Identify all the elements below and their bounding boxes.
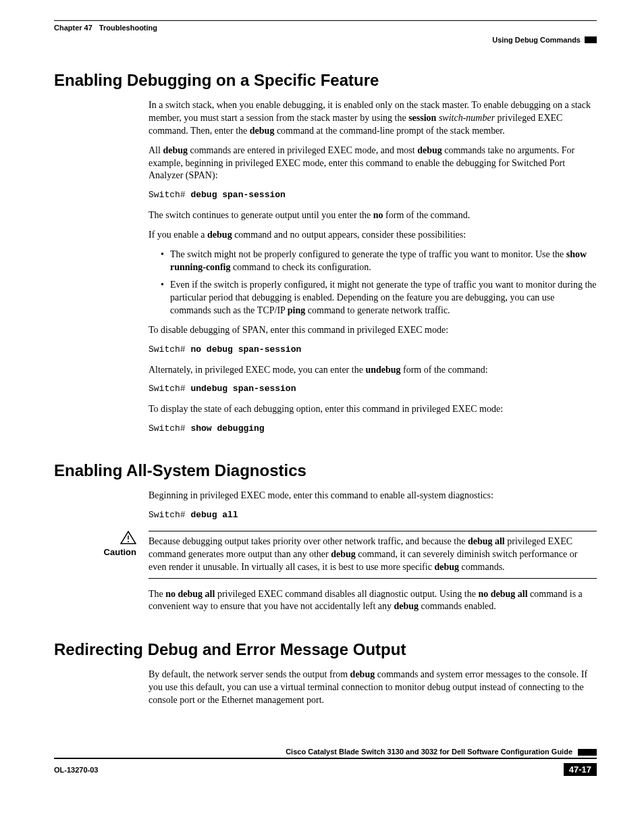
code-block: Switch# undebug span-session bbox=[149, 383, 597, 395]
section-body: By default, the network server sends the… bbox=[149, 669, 597, 707]
code-block: Switch# debug span-session bbox=[149, 189, 597, 201]
footer-marker-icon bbox=[578, 749, 597, 756]
svg-point-1 bbox=[128, 541, 129, 542]
paragraph: The switch continues to generate output … bbox=[149, 209, 597, 222]
code-block: Switch# no debug span-session bbox=[149, 344, 597, 356]
section-body: Beginning in privileged EXEC mode, enter… bbox=[149, 490, 597, 521]
footer-book-title: Cisco Catalyst Blade Switch 3130 and 303… bbox=[54, 748, 572, 756]
header-right: Using Debug Commands bbox=[54, 36, 597, 44]
paragraph: By default, the network server sends the… bbox=[149, 669, 597, 707]
caution-word: Caution bbox=[54, 547, 136, 557]
chapter-number: Chapter 47 bbox=[54, 24, 92, 32]
code-block: Switch# show debugging bbox=[149, 423, 597, 435]
caution-label-area: Caution bbox=[54, 531, 149, 579]
chapter-title: Troubleshooting bbox=[99, 24, 157, 32]
paragraph: If you enable a debug command and no out… bbox=[149, 229, 597, 242]
paragraph: Beginning in privileged EXEC mode, enter… bbox=[149, 490, 597, 502]
caution-content: Because debugging output takes priority … bbox=[149, 531, 597, 579]
caution-block: Caution Because debugging output takes p… bbox=[54, 531, 597, 579]
section-body: In a switch stack, when you enable debug… bbox=[149, 99, 597, 434]
section-title-redirecting: Redirecting Debug and Error Message Outp… bbox=[54, 640, 597, 659]
paragraph: In a switch stack, when you enable debug… bbox=[149, 99, 597, 138]
paragraph: Alternately, in privileged EXEC mode, yo… bbox=[149, 364, 597, 377]
header-marker-icon bbox=[585, 36, 597, 43]
footer-rule bbox=[54, 758, 597, 759]
section-title-all-system: Enabling All-System Diagnostics bbox=[54, 461, 597, 480]
footer-page-number: 47-17 bbox=[564, 763, 597, 776]
list-item: Even if the switch is properly configure… bbox=[161, 279, 597, 317]
paragraph: All debug commands are entered in privil… bbox=[149, 145, 597, 183]
section-title-enabling-feature: Enabling Debugging on a Specific Feature bbox=[54, 71, 597, 90]
header-rule bbox=[54, 20, 597, 21]
bullet-list: The switch might not be properly configu… bbox=[149, 249, 597, 317]
page-footer: Cisco Catalyst Blade Switch 3130 and 303… bbox=[54, 748, 597, 776]
paragraph: To display the state of each debugging o… bbox=[149, 403, 597, 416]
paragraph: To disable debugging of SPAN, enter this… bbox=[149, 324, 597, 337]
header-left: Chapter 47 Troubleshooting bbox=[54, 24, 597, 32]
section-body: The no debug all privileged EXEC command… bbox=[149, 588, 597, 614]
section-label: Using Debug Commands bbox=[492, 36, 581, 44]
paragraph: The no debug all privileged EXEC command… bbox=[149, 588, 597, 614]
footer-doc-id: OL-13270-03 bbox=[54, 766, 98, 774]
caution-icon bbox=[120, 531, 136, 547]
list-item: The switch might not be properly configu… bbox=[161, 249, 597, 274]
code-block: Switch# debug all bbox=[149, 509, 597, 521]
